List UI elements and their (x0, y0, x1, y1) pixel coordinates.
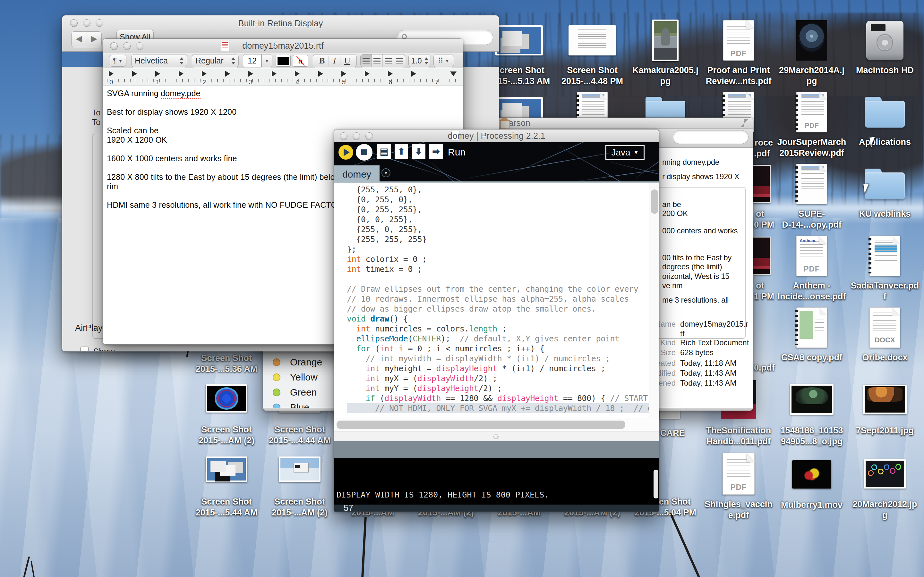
ruler-right-margin-marker[interactable] (450, 71, 457, 76)
desktop-icon[interactable] (792, 460, 831, 488)
desktop-icon[interactable] (865, 169, 905, 199)
mode-selector[interactable]: Java▼ (606, 145, 645, 160)
save-sketch-button[interactable]: ⬇ (412, 144, 425, 159)
stop-button[interactable] (356, 144, 373, 161)
ruler-tab-marker[interactable] (388, 71, 393, 77)
sidebar-tag-yellow[interactable]: Yellow (273, 372, 318, 383)
bold-italic-underline-buttons[interactable]: B I U (313, 54, 357, 67)
textedit-ruler[interactable]: 01234567 (103, 68, 463, 86)
editor-console-divider[interactable] (334, 432, 659, 441)
desktop-icon-label-fragment[interactable]: 1 PM (754, 291, 774, 302)
ruler-tab-marker[interactable] (248, 71, 253, 77)
desktop-icon-label[interactable]: Macintosh HD (834, 65, 924, 76)
ruler-tab-marker[interactable] (132, 71, 137, 77)
ruler-tab-marker[interactable] (155, 71, 160, 77)
font-size-field[interactable]: 12 (243, 54, 262, 67)
processing-title-bar[interactable]: domey | Processing 2.2.1 (334, 129, 659, 142)
align-right-button[interactable] (383, 55, 394, 67)
font-family-select[interactable]: Helvetica (131, 54, 187, 67)
desktop-icon-label[interactable]: Screen Shot (175, 353, 278, 364)
desktop-icon-label[interactable]: 20March2012.jp (834, 499, 924, 510)
ruler-tab-marker[interactable] (411, 71, 416, 77)
desktop-icon[interactable] (796, 164, 827, 204)
desktop-icon[interactable] (652, 19, 678, 61)
desktop-icon-label[interactable]: f (834, 291, 924, 302)
bold-button[interactable]: B (315, 56, 329, 66)
new-sketch-button[interactable]: ▤ (377, 144, 391, 159)
desktop-icon-label[interactable]: pg (760, 76, 863, 87)
code-editor[interactable]: {255, 255, 0}, {0, 255, 0}, {0, 255, 255… (334, 183, 649, 418)
desktop-icon[interactable]: PDF (796, 235, 827, 276)
font-style-select[interactable]: Regular (192, 54, 239, 67)
desktop-icon-label-fragment[interactable]: 0.pdf (754, 362, 775, 373)
align-left-button[interactable] (360, 55, 372, 67)
tab-domey[interactable]: domey (334, 165, 380, 183)
ruler-tab-marker[interactable] (295, 71, 300, 77)
desktop-icon-label[interactable]: KU weblinks (834, 208, 924, 219)
desktop-icon-label-fragment[interactable]: ot (756, 280, 764, 291)
desktop-icon-label[interactable]: SadiaTanveer.pd (834, 280, 924, 291)
divider-handle[interactable] (493, 434, 499, 439)
desktop-icon-label-fragment[interactable]: roce (754, 137, 773, 148)
list-style-button[interactable]: ⠿▼ (433, 54, 454, 67)
desktop-icon-partial[interactable] (753, 165, 771, 203)
desktop-icon-label[interactable]: D-14-...opy.pdf (760, 219, 863, 230)
open-sketch-button[interactable]: ⬆ (395, 144, 408, 159)
ruler-tab-marker[interactable] (272, 71, 276, 77)
desktop-icon-label[interactable]: 2015Review.pdf (760, 147, 863, 158)
align-justify-button[interactable] (394, 55, 405, 67)
desktop-icon-label-fragment[interactable]: 0 PM (754, 219, 774, 230)
font-size-dropdown[interactable]: ▼ (262, 54, 272, 67)
ruler-tab-marker[interactable] (109, 71, 113, 77)
align-center-button[interactable] (372, 55, 383, 67)
italic-button[interactable]: I (329, 56, 341, 66)
sidebar-tag-orange[interactable]: Orange (273, 357, 322, 367)
desktop-icon-label-fragment[interactable]: .pdf (754, 148, 770, 159)
desktop-icon-label[interactable]: g (834, 510, 924, 521)
desktop-icon-label[interactable]: Oribe.docx (834, 352, 924, 363)
desktop-icon[interactable] (869, 235, 900, 276)
tab-menu-button[interactable]: ▼ (381, 168, 391, 177)
desktop-icon[interactable] (206, 456, 247, 482)
desktop-icon[interactable] (569, 25, 616, 55)
desktop-icon-label-fragment[interactable]: ot (756, 208, 764, 219)
ruler-tab-marker[interactable] (179, 71, 184, 77)
ruler-tab-marker[interactable] (225, 71, 230, 77)
desktop-icon[interactable] (865, 97, 905, 127)
desktop-icon[interactable]: PDF (722, 453, 754, 495)
desktop-icon-label-fragment[interactable]: CARE (660, 428, 685, 438)
show-checkbox[interactable] (80, 347, 89, 351)
desktop-icon[interactable]: PDF (723, 20, 754, 61)
desktop-icon[interactable] (279, 456, 320, 482)
desktop-icon[interactable] (495, 25, 543, 55)
sidebar-tag-green[interactable]: Green (273, 387, 317, 398)
line-spacing-stepper[interactable]: 1.0 (409, 54, 431, 67)
code-scrollbar[interactable] (649, 183, 659, 418)
desktop-icon-partial[interactable] (753, 237, 771, 275)
desktop-icon-label[interactable]: 94905...8_o.jpg (760, 436, 863, 447)
ruler-tab-marker[interactable] (365, 71, 370, 77)
ruler-tab-marker[interactable] (341, 71, 346, 77)
code-scrollbar-thumb[interactable] (651, 189, 658, 214)
processing-window[interactable]: domey | Processing 2.2.1 ▤ ⬆ ⬇ ➡ Run Jav… (334, 129, 659, 512)
desktop-icon[interactable] (864, 459, 906, 488)
desktop-icon[interactable] (796, 308, 827, 348)
console[interactable]: DISPLAY WIDTH IS 1280, HEIGHT IS 800 PIX… (334, 458, 659, 504)
background-color-well[interactable]: a (293, 55, 308, 67)
textedit-title-bar[interactable]: domey15may2015.rtf (103, 39, 463, 53)
desktop-icon[interactable]: PDF (796, 92, 827, 132)
text-color-well[interactable] (276, 55, 291, 67)
ruler-tab-marker[interactable] (202, 71, 207, 77)
desktop-icon[interactable] (206, 384, 247, 413)
desktop-icon[interactable] (790, 384, 834, 415)
paragraph-styles-button[interactable]: ¶▼ (109, 55, 126, 67)
desktop-icon[interactable] (796, 20, 827, 61)
desktop-icon-label[interactable]: 7Sept2011.jpg (834, 425, 924, 436)
underline-button[interactable]: U (341, 56, 354, 66)
desktop-icon-label[interactable]: 2015-...5.36 AM (175, 364, 278, 374)
run-button[interactable] (338, 145, 353, 160)
desktop-icon[interactable] (866, 21, 903, 60)
alignment-buttons[interactable] (360, 54, 405, 67)
ruler-tab-marker[interactable] (318, 71, 323, 77)
back-forward-buttons[interactable]: ◀▶ (71, 31, 102, 47)
